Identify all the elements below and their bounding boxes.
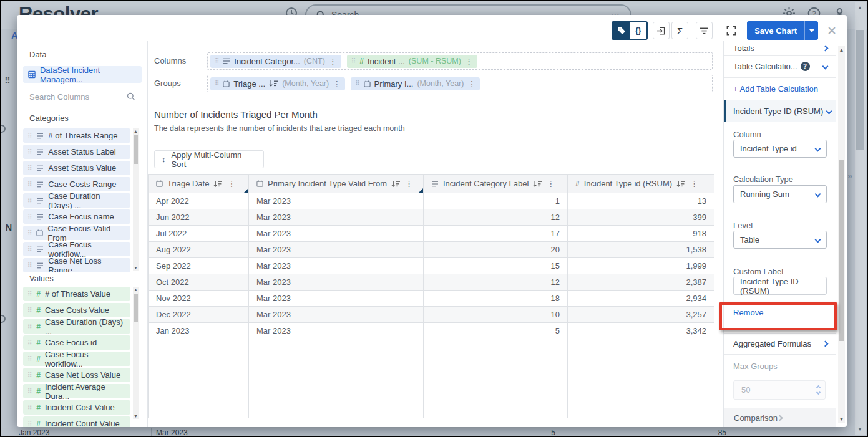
scroll-up-icon[interactable]: ▲ — [133, 129, 139, 133]
value-field-chip[interactable]: ⠿#Incident Cost Value — [23, 400, 130, 415]
column-select[interactable]: Incident Type id — [733, 140, 827, 158]
value-field-chip[interactable]: ⠿#Case Focus workflow... — [23, 352, 130, 366]
table-row[interactable]: Jun 2022Mar 202312399 — [149, 209, 714, 226]
table-row[interactable]: Jul 2022Mar 202317918 — [149, 226, 714, 242]
sort-icon[interactable] — [213, 180, 223, 188]
save-chart-dropdown[interactable] — [804, 21, 818, 40]
calculation-type-select[interactable]: Running Sum — [733, 185, 827, 203]
values-scrollbar[interactable]: ▲ ▼ — [133, 287, 139, 419]
kebab-menu-icon[interactable]: ⋮ — [547, 179, 555, 188]
category-field-chip[interactable]: ⠿Asset Status Value — [23, 161, 130, 175]
kebab-menu-icon[interactable]: ⋮ — [690, 179, 698, 188]
category-field-chip[interactable]: ⠿Case Duration (Days) ... — [23, 193, 130, 208]
builder-chip[interactable]: ⠿#Incident ...(SUM - RSUM)⋮ — [347, 55, 477, 68]
apply-multi-column-sort-button[interactable]: ↕ Apply Multi-Column Sort — [154, 150, 264, 168]
sort-icon[interactable] — [676, 180, 686, 188]
value-field-chip[interactable]: ⠿#Case Focus id — [23, 335, 130, 350]
scroll-up-icon[interactable]: ▲ — [838, 47, 845, 53]
table-row[interactable]: Sep 2022Mar 2023151,999 — [149, 258, 714, 274]
scroll-down-icon[interactable]: ▼ — [133, 414, 139, 418]
totals-section[interactable]: Totals — [724, 41, 836, 55]
table-row[interactable]: Nov 2022Mar 2023182,934 — [149, 291, 714, 307]
calculation-header[interactable]: Incident Type ID (RSUM) — [724, 100, 836, 122]
dataset-item[interactable]: DataSet Incident Managem... — [23, 66, 142, 83]
page-scrollbar-thumb[interactable] — [856, 30, 864, 150]
fullscreen-button[interactable] — [723, 22, 739, 39]
kebab-menu-icon[interactable]: ⋮ — [467, 79, 475, 89]
table-row[interactable]: Oct 2022Mar 2023122,387 — [149, 274, 714, 291]
kebab-menu-icon[interactable]: ⋮ — [333, 79, 341, 89]
builder-chip[interactable]: ⠿Incident Categor...(CNT)⋮ — [210, 55, 341, 68]
value-field-chip[interactable]: ⠿#Incident Average Dura... — [23, 384, 130, 398]
table-cell: Jun 2022 — [149, 209, 249, 226]
builder-chip[interactable]: ⠿Triage ...(Month, Year)⋮ — [210, 77, 345, 90]
help-badge-icon[interactable]: ? — [801, 62, 810, 71]
table-calculations-section[interactable]: Table Calculatio... ? — [724, 55, 836, 77]
category-field-chip[interactable]: ⠿Case Focus Valid From — [23, 226, 130, 240]
hash-icon: # — [36, 290, 41, 299]
pivot-button[interactable] — [653, 22, 670, 39]
category-field-chip[interactable]: ⠿Asset Status Label — [23, 145, 130, 159]
categories-scrollbar[interactable]: ▲ ▼ — [133, 128, 139, 271]
category-field-chip[interactable]: ⠿Case Focus workflow... — [23, 242, 130, 256]
sort-icon[interactable] — [391, 180, 401, 188]
scroll-up-icon[interactable]: ▲ — [133, 287, 139, 292]
value-field-chip[interactable]: ⠿## of Threats Value — [23, 287, 130, 301]
category-field-chip[interactable]: ⠿Case Focus name — [23, 209, 130, 224]
table-column-header[interactable]: #Incident Type id (RSUM)⋮ — [568, 175, 714, 193]
kebab-menu-icon[interactable]: ⋮ — [227, 179, 235, 188]
sort-icon[interactable] — [533, 180, 542, 188]
add-table-calculation-link[interactable]: + Add Table Calculation — [724, 77, 836, 100]
custom-label-input[interactable]: Incident Type ID (RSUM) — [733, 277, 827, 295]
chip-label: Incident ... — [368, 57, 405, 66]
filter-button[interactable] — [696, 22, 713, 39]
text-lines-icon — [223, 57, 230, 65]
kebab-menu-icon[interactable]: ⋮ — [405, 179, 413, 188]
label-view-toggle[interactable] — [613, 22, 630, 39]
scrollbar-thumb[interactable] — [839, 160, 844, 341]
builder-chip[interactable]: ⠿Primary I...(Month, Year)⋮ — [351, 77, 480, 90]
category-field-chip[interactable]: ⠿# of Threats Range — [23, 128, 130, 143]
code-view-toggle[interactable]: {} — [630, 22, 646, 39]
scrollbar-thumb[interactable] — [134, 135, 138, 164]
chart-title: Number of Incidents Triaged Per Month — [154, 109, 318, 120]
stepper-up-icon[interactable] — [816, 385, 821, 390]
aggregated-formulas-section[interactable]: Aggregated Formulas — [724, 333, 836, 354]
value-field-chip[interactable]: ⠿#Case Net Loss Value — [23, 368, 130, 382]
value-field-chip[interactable]: ⠿#Incident Count Value — [23, 416, 130, 427]
table-row[interactable]: Jan 2023Mar 202353,342 — [149, 323, 714, 339]
table-row[interactable]: Dec 2022Mar 2023103,257 — [149, 307, 714, 323]
comparison-section[interactable]: Comparison — [724, 408, 836, 427]
values-header: Values — [29, 274, 54, 283]
sort-icon[interactable] — [269, 80, 278, 87]
groups-drop-zone[interactable]: ⠿Triage ...(Month, Year)⋮⠿Primary I...(M… — [207, 75, 713, 92]
page-scrollbar[interactable]: ▲ ▼ — [855, 2, 866, 435]
kebab-menu-icon[interactable]: ⋮ — [329, 57, 337, 66]
scroll-down-icon[interactable]: ▼ — [857, 426, 862, 432]
scroll-down-icon[interactable]: ▼ — [133, 266, 139, 270]
close-icon[interactable]: ✕ — [827, 24, 837, 38]
search-columns-input[interactable]: Search Columns — [23, 89, 142, 105]
category-field-chip[interactable]: ⠿Case Costs Range — [23, 177, 130, 191]
value-field-chip[interactable]: ⠿#Case Costs Value — [23, 303, 130, 317]
table-cell: Mar 2023 — [249, 242, 424, 258]
table-column-header[interactable]: Primary Incident Type Valid From⋮ — [249, 175, 424, 193]
scroll-up-icon[interactable]: ▲ — [857, 5, 862, 11]
columns-drop-zone[interactable]: ⠿Incident Categor...(CNT)⋮⠿#Incident ...… — [207, 52, 713, 70]
number-stepper[interactable] — [817, 386, 820, 394]
table-column-header[interactable]: Triage Date⋮ — [149, 175, 249, 193]
value-field-chip[interactable]: ⠿#Case Duration (Days) ... — [23, 319, 130, 334]
category-field-chip[interactable]: ⠿Case Net Loss Range — [23, 258, 130, 272]
settings-scrollbar[interactable]: ▲ ▼ — [838, 46, 845, 423]
max-groups-input[interactable]: 50 — [733, 380, 826, 400]
scrollbar-thumb[interactable] — [134, 294, 138, 322]
stepper-down-icon[interactable] — [816, 390, 821, 395]
save-chart-button[interactable]: Save Chart — [747, 21, 818, 40]
table-column-header[interactable]: Incident Category Label⋮ — [424, 175, 568, 193]
table-row[interactable]: Apr 2022Mar 2023113 — [149, 193, 714, 209]
scroll-down-icon[interactable]: ▼ — [838, 416, 845, 422]
sum-button[interactable]: Σ — [671, 22, 688, 39]
level-select[interactable]: Table — [733, 231, 827, 249]
table-row[interactable]: Aug 2022Mar 2023201,538 — [149, 242, 714, 258]
kebab-menu-icon[interactable]: ⋮ — [465, 57, 473, 66]
